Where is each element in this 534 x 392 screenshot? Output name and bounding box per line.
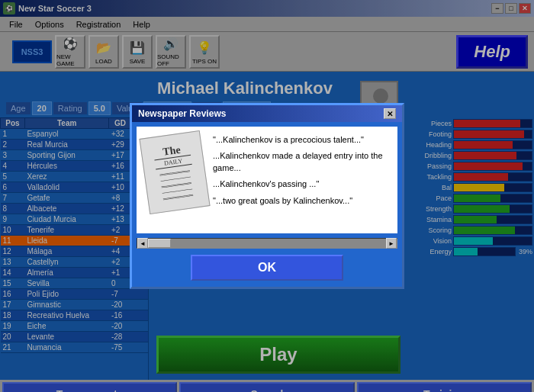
review-lines: "...Kalinchenkov is a precocious talent.… (213, 134, 390, 226)
ok-button[interactable]: OK (191, 255, 343, 281)
newspaper-modal: Newspaper Reviews ✕ The DAILY ════════ ─… (130, 103, 404, 289)
modal-close-button[interactable]: ✕ (384, 108, 396, 119)
review-line: ...Kalinchenkov's passing ..." (213, 178, 390, 190)
scroll-right-button[interactable]: ► (386, 238, 397, 249)
modal-scrollbar[interactable]: ◄ ► (137, 238, 397, 249)
scroll-track[interactable] (148, 239, 386, 248)
review-line: ...Kalinchenkov made a delayed entry int… (213, 150, 390, 174)
review-line: "...two great goals by Kalinchenkov..." (213, 195, 390, 207)
modal-titlebar: Newspaper Reviews ✕ (132, 105, 402, 122)
scroll-left-button[interactable]: ◄ (137, 238, 148, 249)
scroll-thumb[interactable] (148, 239, 171, 248)
modal-body: The DAILY ════════ ──────── ════════ ───… (137, 127, 397, 233)
newspaper-image: The DAILY ════════ ──────── ════════ ───… (139, 130, 210, 214)
modal-overlay[interactable]: Newspaper Reviews ✕ The DAILY ════════ ─… (0, 0, 534, 392)
review-line: "...Kalinchenkov is a precocious talent.… (213, 134, 390, 146)
modal-ok-area: OK (132, 249, 402, 287)
modal-title: Newspaper Reviews (138, 108, 226, 119)
